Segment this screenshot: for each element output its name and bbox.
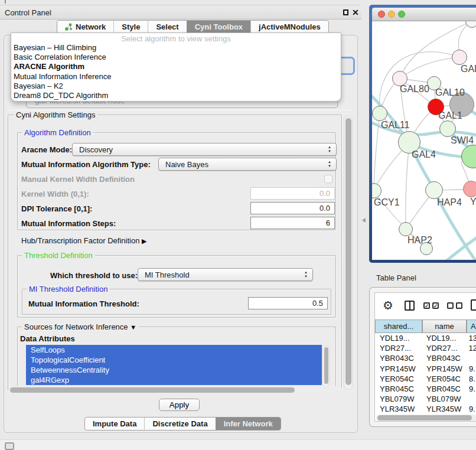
mi-steps-value: 6 — [326, 219, 330, 227]
mi-steps-field[interactable]: 6 — [250, 217, 335, 229]
data-attributes-label: Data Attributes — [20, 334, 75, 343]
zoom-traffic-icon[interactable] — [398, 11, 405, 18]
algorithm-option[interactable]: Mutual Information Inference — [11, 72, 341, 81]
table-row[interactable]: YBR043CYBR043C — [376, 353, 476, 363]
node-label: SWI4 — [451, 135, 474, 146]
table-row[interactable]: YDL19...YDL19...13 — [376, 333, 476, 343]
dpi-tolerance-field[interactable]: 0.0 — [250, 202, 335, 214]
tab-cyni-toolbox[interactable]: Cyni Toolbox — [187, 21, 250, 33]
data-attributes-list: SelfLoops TopologicalCoefficient Between… — [26, 345, 322, 387]
tab-network[interactable]: Network — [57, 21, 113, 33]
tab-jactivemnodules[interactable]: jActiveMNodules — [250, 21, 328, 33]
tab-select[interactable]: Select — [148, 21, 186, 33]
dpi-tolerance-label: DPI Tolerance [0,1]: — [21, 204, 92, 213]
minimize-traffic-icon[interactable] — [388, 11, 395, 18]
node-pink-y[interactable] — [463, 181, 476, 197]
table-row[interactable]: YPR145WYPR145W9. — [376, 364, 476, 374]
hub-section-label: Hub/Transcription Factor Definition — [21, 236, 139, 245]
aracne-mode-label: Aracne Mode: — [21, 145, 72, 154]
checked-box-icon[interactable]: ✓ — [432, 302, 439, 309]
mi-threshold-field[interactable]: 0.5 — [248, 297, 328, 309]
kernel-width-label: Kernel Width (0,1): — [21, 190, 89, 198]
document-icon[interactable] — [471, 299, 476, 311]
mi-type-combo[interactable]: Naive Bayes ▲▼ — [158, 158, 337, 171]
checked-box-icon[interactable]: ✓ — [423, 302, 430, 309]
chevron-right-icon: ▶ — [142, 237, 146, 244]
table-hscrollbar[interactable] — [376, 415, 476, 422]
close-traffic-icon[interactable] — [378, 11, 385, 18]
tab-impute-data[interactable]: Impute Data — [85, 418, 144, 430]
settings-scrollbar[interactable] — [344, 116, 353, 390]
node-label: GAL10 — [435, 87, 465, 98]
panel-resize-handle[interactable] — [362, 218, 366, 223]
manual-kernel-checkbox[interactable] — [324, 175, 332, 183]
node-label: HAP2 — [407, 235, 432, 246]
node-label: Y — [470, 197, 476, 207]
mi-threshold-value: 0.5 — [312, 299, 323, 308]
spinner-arrows-icon: ▲▼ — [327, 145, 332, 154]
float-icon[interactable] — [343, 9, 348, 15]
node-gal11[interactable] — [372, 106, 387, 121]
network-canvas[interactable]: GAL GAL80 GAL10 GAL1 GAL11 SWI4 GAL4 GCY… — [372, 21, 476, 260]
algorithm-option[interactable]: Basic Correlation Inference — [11, 53, 341, 62]
apply-button[interactable]: Apply — [159, 399, 200, 411]
column-header-name[interactable]: name — [422, 319, 467, 333]
mi-type-value: Naive Bayes — [165, 160, 208, 169]
column-header-shared[interactable]: shared... — [375, 319, 422, 333]
spinner-arrows-icon: ▲▼ — [327, 160, 332, 168]
node-label: GAL — [461, 64, 476, 74]
algorithm-option[interactable]: Bayesian – K2 — [11, 81, 341, 91]
algorithm-option[interactable]: Dream8 DC_TDC Algorithm — [11, 91, 341, 100]
apply-button-label: Apply — [169, 400, 189, 409]
sources-group-title: Sources for Network Inference — [24, 322, 128, 331]
tab-discretize-data[interactable]: Discretize Data — [144, 418, 215, 430]
settings-hscrollbar[interactable] — [8, 386, 343, 394]
unchecked-box-icon[interactable] — [447, 302, 454, 309]
which-threshold-combo[interactable]: MI Threshold ▲▼ — [138, 268, 313, 281]
node-pink-top[interactable] — [452, 50, 467, 65]
hub-section-toggle[interactable]: Hub/Transcription Factor Definition ▶ — [21, 236, 146, 245]
network-view-window[interactable]: GAL GAL80 GAL10 GAL1 GAL11 SWI4 GAL4 GCY… — [369, 5, 476, 263]
node-swi4[interactable] — [439, 120, 456, 137]
control-panel-tabs: Network Style Select Cyni Toolbox jActiv… — [57, 20, 329, 34]
gear-icon[interactable]: ⚙ — [383, 298, 393, 312]
column-header-partial[interactable]: A — [467, 319, 476, 333]
aracne-mode-value: Discovery — [79, 145, 113, 154]
tab-style[interactable]: Style — [113, 21, 148, 33]
table-row[interactable]: YER054CYER054C8. — [376, 374, 476, 384]
attribute-item-selected[interactable]: BetweennessCentrality — [26, 365, 322, 375]
aracne-mode-combo[interactable]: Discovery ▲▼ — [72, 143, 337, 156]
control-panel-title: Control Panel — [5, 8, 51, 17]
split-columns-icon[interactable] — [405, 301, 415, 311]
kernel-width-field[interactable]: 0.0 — [250, 187, 335, 200]
algorithm-dropdown-popup: Select algorithm to view settings Bayesi… — [11, 32, 341, 102]
algorithm-option[interactable]: Bayesian – Hill Climbing — [11, 43, 341, 53]
algorithm-option-selected[interactable]: ARACNE Algorithm — [11, 62, 341, 71]
attribute-item-selected[interactable]: TopologicalCoefficient — [26, 355, 322, 365]
table-row[interactable]: YBR045CYBR045C9. — [376, 384, 476, 394]
sources-group-toggle[interactable]: Sources for Network Inference ▼ — [22, 322, 139, 331]
node-label: GAL80 — [400, 84, 429, 94]
attributes-scrollbar[interactable] — [322, 345, 330, 387]
table-panel-title: Table Panel — [376, 273, 416, 282]
node-label: GAL11 — [381, 120, 410, 131]
threshold-definition-title: Threshold Definition — [22, 251, 95, 260]
settings-group-title: Cyni Algorithm Settings — [14, 110, 97, 119]
table-row[interactable]: YBL079WYBL079W — [376, 394, 476, 404]
control-panel-titlebar: Control Panel ✕ — [0, 5, 361, 19]
node-hap2[interactable] — [399, 222, 413, 236]
dpi-tolerance-value: 0.0 — [319, 204, 330, 213]
table-row[interactable]: YDR27...YDR27...12 — [376, 343, 476, 353]
attribute-item-selected[interactable]: gal4RGexp — [26, 375, 322, 385]
network-window-titlebar[interactable] — [372, 8, 476, 21]
unchecked-box-icon[interactable] — [456, 302, 462, 309]
bottom-tabs: Impute Data Discretize Data Infer Networ… — [84, 417, 281, 431]
tab-infer-network[interactable]: Infer Network — [216, 418, 281, 430]
table-row[interactable]: YLR345WYLR345W9. — [376, 404, 476, 414]
close-icon[interactable]: ✕ — [352, 8, 359, 17]
node-label: GCY1 — [374, 197, 400, 208]
kernel-width-value: 0.0 — [319, 189, 330, 198]
minimized-panel-icon[interactable] — [5, 442, 14, 450]
node-hap4[interactable] — [425, 181, 443, 199]
attribute-item-selected[interactable]: SelfLoops — [26, 345, 322, 355]
